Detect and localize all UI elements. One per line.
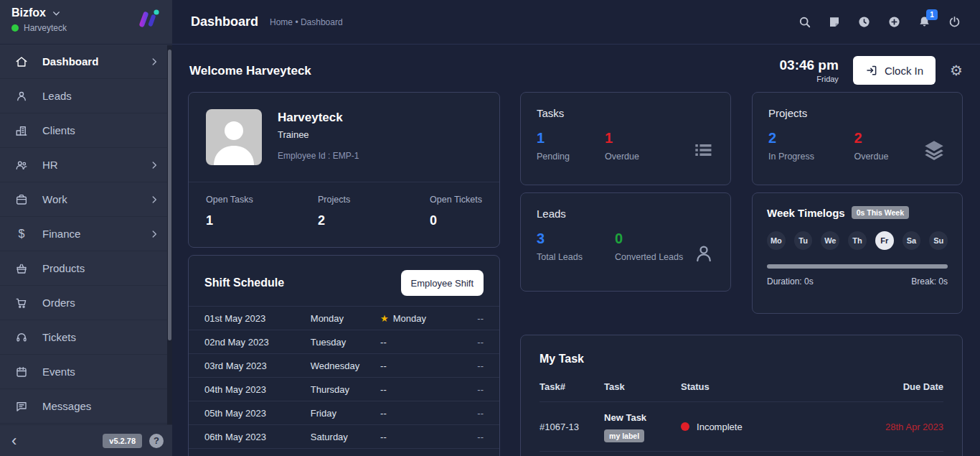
chevron-right-icon: [149, 160, 159, 170]
sidebar-header: Bizfox Harveyteck: [0, 0, 172, 45]
column-status: Status: [681, 381, 834, 392]
clock-in-label: Clock In: [885, 65, 923, 77]
tasks-title: Tasks: [537, 107, 715, 119]
shift-row: 01st May 2023 Monday ★Monday --: [189, 306, 499, 330]
week-timelogs-title: Week Timelogs: [767, 207, 845, 219]
employee-shift-button[interactable]: Employee Shift: [401, 270, 484, 296]
sidebar-item-label: Leads: [42, 90, 159, 102]
sidebar-item-hr[interactable]: HR: [0, 148, 172, 182]
table-row[interactable]: #1067-13 New Task my label Incomplete 28…: [540, 402, 943, 452]
sidebar-item-clients[interactable]: Clients: [0, 113, 172, 148]
column-task: Task: [604, 381, 681, 392]
home-icon: [14, 55, 29, 68]
power-icon[interactable]: [948, 15, 961, 29]
sidebar-item-leads[interactable]: Leads: [0, 79, 172, 113]
people-icon: [14, 159, 29, 172]
day-circle-tu[interactable]: Tu: [794, 231, 813, 250]
avatar-placeholder-icon: [206, 109, 262, 165]
calendar-icon: [14, 366, 29, 378]
current-day: Friday: [780, 75, 839, 83]
sidebar-item-label: HR: [42, 159, 149, 171]
sidebar-scrollbar-thumb[interactable]: [168, 50, 171, 340]
duration-label: Duration: 0s: [767, 276, 814, 287]
my-task-title: My Task: [540, 353, 943, 366]
chevron-right-icon: [149, 195, 159, 205]
stat-open-tickets: Open Tickets 0: [430, 195, 482, 228]
task-label-tag: my label: [604, 429, 644, 442]
day-circle-sa[interactable]: Sa: [903, 231, 921, 250]
sidebar: Bizfox Harveyteck Dashboard Leads: [0, 0, 172, 456]
day-circle-fr[interactable]: Fr: [875, 231, 894, 250]
break-label: Break: 0s: [911, 276, 948, 287]
profile-employee-id: Employee Id : EMP-1: [278, 151, 359, 161]
sidebar-item-work[interactable]: Work: [0, 182, 172, 217]
day-circle-th[interactable]: Th: [848, 231, 867, 250]
person-outline-icon: [693, 243, 715, 264]
tasks-pending: 1 Pending: [537, 130, 605, 170]
sidebar-item-label: Dashboard: [42, 55, 149, 68]
shift-row: 04th May 2023 Thursday -- --: [189, 377, 499, 401]
task-id: #1067-13: [540, 422, 604, 432]
online-status-dot: [11, 24, 19, 32]
avatar: [206, 109, 262, 165]
org-switcher[interactable]: Bizfox: [11, 6, 67, 19]
chevron-down-icon: [52, 9, 61, 18]
collapse-sidebar-icon[interactable]: ‹: [11, 433, 95, 449]
search-icon[interactable]: [798, 15, 811, 29]
plus-circle-icon[interactable]: [887, 15, 901, 29]
shift-schedule-header: Shift Schedule Employee Shift: [189, 256, 499, 306]
sidebar-item-label: Clients: [42, 124, 159, 136]
help-icon[interactable]: ?: [149, 434, 164, 448]
sidebar-scrollbar[interactable]: [167, 45, 172, 424]
shift-schedule-title: Shift Schedule: [204, 276, 284, 289]
main-content: Welcome Harveyteck 03:46 pm Friday Clock…: [172, 45, 980, 456]
profile-stats: Open Tasks 1 Projects 2 Open Tickets 0: [189, 182, 499, 241]
profile-top: Harveyteck Trainee Employee Id : EMP-1: [189, 93, 499, 182]
day-circle-su[interactable]: Su: [929, 231, 948, 250]
notification-badge: 1: [926, 9, 938, 20]
page-title: Dashboard: [191, 14, 258, 29]
sidebar-item-label: Events: [42, 366, 159, 378]
sidebar-item-events[interactable]: Events: [0, 355, 172, 389]
column-due-date: Due Date: [834, 381, 943, 392]
chevron-right-icon: [149, 229, 159, 239]
profile-name: Harveyteck: [278, 111, 359, 125]
time-block: 03:46 pm Friday: [780, 57, 839, 83]
headset-icon: [14, 331, 29, 344]
clock-icon[interactable]: [857, 15, 871, 29]
topbar: Dashboard Home • Dashboard 1: [172, 0, 980, 45]
status-dot: [681, 422, 689, 431]
tasks-card: Tasks 1 Pending 1 Overdue: [520, 92, 731, 185]
briefcase-icon: [14, 193, 29, 206]
sidebar-user-name: Harveyteck: [24, 23, 67, 33]
day-circle-we[interactable]: We: [821, 231, 839, 250]
basket-icon: [14, 262, 29, 275]
status-text: Incomplete: [697, 422, 743, 432]
stat-open-tasks: Open Tasks 1: [206, 195, 318, 228]
projects-title: Projects: [768, 107, 946, 119]
shift-row: 06th May 2023 Saturday -- --: [189, 424, 499, 448]
header-right: 03:46 pm Friday Clock In ⚙: [780, 56, 963, 85]
sidebar-item-orders[interactable]: Orders: [0, 286, 172, 320]
sidebar-footer: ‹ v5.2.78 ?: [0, 424, 172, 456]
shift-row: 03rd May 2023 Wednesday -- --: [189, 353, 499, 377]
clock-in-button[interactable]: Clock In: [853, 56, 936, 85]
sidebar-item-dashboard[interactable]: Dashboard: [0, 45, 172, 79]
notes-icon[interactable]: [828, 16, 841, 29]
sidebar-item-label: Finance: [42, 228, 149, 240]
sidebar-item-label: Messages: [42, 400, 159, 412]
sidebar-item-label: Tickets: [42, 331, 159, 343]
sidebar-item-messages[interactable]: Messages: [0, 389, 172, 424]
sidebar-item-products[interactable]: Products: [0, 251, 172, 286]
day-circle-mo[interactable]: Mo: [767, 231, 786, 250]
bell-icon[interactable]: 1: [918, 15, 931, 29]
shift-row: 05th May 2023 Friday -- --: [189, 401, 499, 424]
brand-name: Bizfox: [11, 6, 46, 19]
breadcrumb[interactable]: Home • Dashboard: [270, 17, 343, 27]
sidebar-item-label: Products: [42, 262, 159, 274]
gear-icon[interactable]: ⚙: [950, 62, 963, 79]
week-timelogs-card: Week Timelogs 0s This Week Mo Tu We Th F…: [752, 192, 963, 314]
sidebar-item-tickets[interactable]: Tickets: [0, 320, 172, 355]
sidebar-item-finance[interactable]: $ Finance: [0, 217, 172, 251]
list-icon: [692, 139, 715, 162]
